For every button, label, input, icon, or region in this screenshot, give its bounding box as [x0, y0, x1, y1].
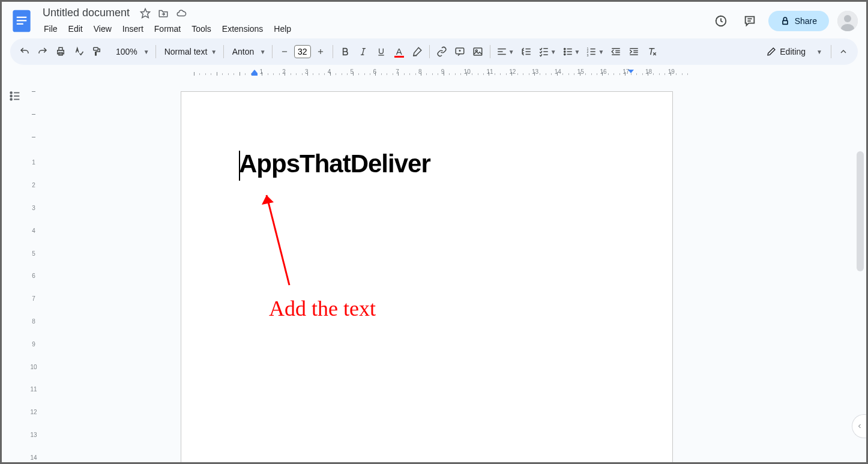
annotation-arrow: [261, 189, 297, 291]
chevron-down-icon: ▼: [260, 49, 266, 55]
link-button[interactable]: [433, 43, 450, 60]
separator: [155, 45, 156, 58]
collapse-toolbar-button[interactable]: [835, 43, 852, 60]
canvas[interactable]: AppsThatDeliver Add the text: [39, 79, 866, 462]
workspace: 123456789101112131415 AppsThatDeliver Ad…: [2, 79, 866, 462]
svg-rect-3: [17, 23, 23, 24]
cloud-icon[interactable]: [175, 7, 187, 19]
svg-rect-2: [17, 20, 27, 21]
line-spacing-button[interactable]: [518, 43, 535, 60]
bulleted-list-button[interactable]: ▼: [560, 43, 583, 60]
menu-insert[interactable]: Insert: [118, 22, 148, 36]
menu-tools[interactable]: Tools: [187, 22, 216, 36]
chevron-down-icon: ▼: [211, 49, 217, 55]
separator: [333, 45, 333, 58]
document-title[interactable]: Untitled document: [39, 5, 133, 20]
docs-logo[interactable]: [10, 7, 33, 35]
text-cursor: [239, 151, 240, 181]
comments-icon[interactable]: [740, 11, 760, 31]
comment-button[interactable]: [451, 43, 468, 60]
checklist-button[interactable]: ▼: [536, 43, 559, 60]
outline-button[interactable]: [5, 86, 25, 106]
svg-marker-69: [262, 195, 274, 205]
svg-point-39: [564, 53, 565, 55]
bold-button[interactable]: [337, 43, 354, 60]
menu-format[interactable]: Format: [149, 22, 185, 36]
scrollbar-thumb[interactable]: [857, 151, 864, 271]
underline-button[interactable]: [373, 43, 390, 60]
undo-button[interactable]: [16, 43, 33, 60]
toolbar-wrap: 100%▼ Normal text▼ Anton▼ A ▼ ▼ ▼ 123▼: [2, 38, 866, 68]
svg-marker-61: [628, 70, 634, 73]
svg-line-21: [362, 49, 364, 55]
image-button[interactable]: [469, 43, 486, 60]
style-select[interactable]: Normal text▼: [160, 47, 220, 56]
svg-point-10: [844, 15, 851, 22]
clear-formatting-button[interactable]: [643, 43, 660, 60]
separator: [490, 45, 490, 58]
annotation-text: Add the text: [269, 296, 376, 321]
title-area: Untitled document File Edit View Insert …: [39, 5, 705, 36]
separator: [272, 45, 273, 58]
menu-help[interactable]: Help: [269, 22, 296, 36]
chevron-down-icon: ▼: [574, 49, 580, 55]
ruler-horizontal[interactable]: 12345678910111213141516171819: [28, 68, 866, 79]
menu-extensions[interactable]: Extensions: [217, 22, 268, 36]
svg-line-68: [267, 195, 289, 285]
header-right: Share: [711, 11, 858, 31]
paint-format-button[interactable]: [88, 43, 105, 60]
menu-file[interactable]: File: [39, 22, 62, 36]
font-select[interactable]: Anton▼: [228, 47, 268, 56]
svg-rect-26: [474, 48, 482, 55]
font-size-decrease[interactable]: [276, 43, 293, 60]
share-button[interactable]: Share: [768, 11, 829, 31]
svg-rect-60: [252, 73, 258, 76]
text-color-button[interactable]: A: [391, 43, 408, 60]
font-size-input[interactable]: [294, 45, 311, 58]
svg-marker-4: [141, 8, 150, 17]
avatar[interactable]: [837, 11, 858, 31]
svg-point-64: [10, 95, 12, 97]
italic-button[interactable]: [355, 43, 372, 60]
editing-mode-button[interactable]: Editing ▼: [761, 47, 827, 56]
zoom-select[interactable]: 100%▼: [106, 47, 152, 56]
spellcheck-button[interactable]: [70, 43, 87, 60]
menu-edit[interactable]: Edit: [64, 22, 88, 36]
separator: [223, 45, 224, 58]
header: Untitled document File Edit View Insert …: [2, 2, 866, 38]
toolbar: 100%▼ Normal text▼ Anton▼ A ▼ ▼ ▼ 123▼: [10, 38, 858, 65]
ruler-vertical[interactable]: 123456789101112131415: [28, 79, 39, 462]
svg-text:3: 3: [587, 53, 589, 57]
history-icon[interactable]: [711, 11, 731, 31]
highlight-button[interactable]: [409, 43, 426, 60]
chevron-down-icon: ▼: [550, 49, 556, 55]
print-button[interactable]: [52, 43, 69, 60]
page[interactable]: AppsThatDeliver Add the text: [181, 91, 673, 462]
svg-rect-13: [59, 47, 62, 50]
separator: [831, 45, 831, 58]
indent-increase-button[interactable]: [625, 43, 642, 60]
document-text[interactable]: AppsThatDeliver: [239, 149, 615, 178]
scrollbar-vertical[interactable]: [857, 151, 864, 451]
svg-point-38: [564, 51, 565, 52]
numbered-list-button[interactable]: 123▼: [583, 43, 606, 60]
svg-point-66: [10, 98, 12, 100]
move-icon[interactable]: [157, 7, 169, 19]
chevron-down-icon: ▼: [816, 49, 822, 55]
menu-view[interactable]: View: [89, 22, 116, 36]
menubar: File Edit View Insert Format Tools Exten…: [39, 22, 705, 36]
svg-rect-1: [17, 16, 27, 17]
align-button[interactable]: ▼: [494, 43, 517, 60]
separator: [429, 45, 430, 58]
svg-rect-8: [783, 20, 788, 24]
lock-icon: [780, 16, 790, 26]
redo-button[interactable]: [34, 43, 51, 60]
indent-decrease-button[interactable]: [607, 43, 624, 60]
left-gutter: [2, 79, 28, 462]
star-icon[interactable]: [139, 7, 151, 19]
font-size-increase[interactable]: [312, 43, 329, 60]
chevron-down-icon: ▼: [508, 49, 514, 55]
title-row: Untitled document: [39, 5, 705, 20]
chevron-down-icon: ▼: [143, 49, 149, 55]
svg-marker-59: [252, 70, 258, 73]
